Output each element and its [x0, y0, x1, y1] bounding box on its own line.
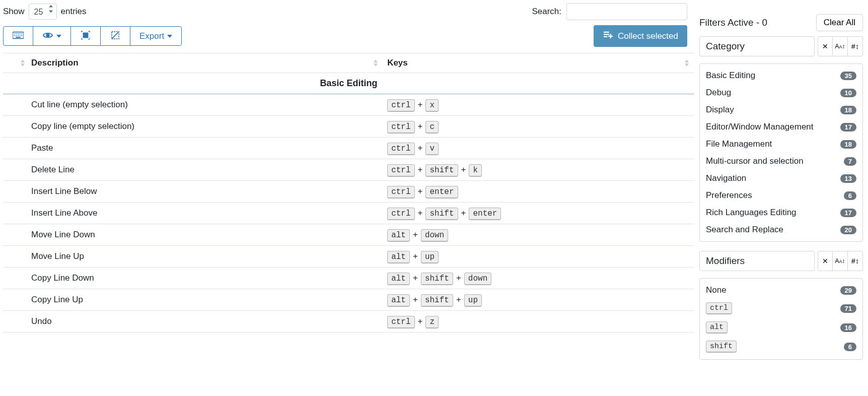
category-count: 10	[840, 89, 856, 97]
category-item[interactable]: Editor/Window Management17	[700, 118, 862, 136]
table-row[interactable]: Copy Line Upalt+shift+up	[3, 289, 694, 311]
category-label: Basic Editing	[706, 71, 755, 81]
row-keys: alt+shift+up	[383, 289, 694, 311]
modifier-count: 6	[844, 343, 856, 351]
modifiers-sort-count-button[interactable]: #↕	[848, 251, 863, 271]
category-count: 18	[840, 140, 856, 149]
deselect-button[interactable]	[100, 26, 130, 46]
category-item[interactable]: File Management18	[700, 136, 862, 153]
toolbar-buttons: Export	[3, 26, 182, 46]
sort-alpha-icon: AA↕	[835, 257, 845, 265]
row-description: Delete Line	[3, 159, 383, 181]
category-item[interactable]: Rich Languages Editing17	[700, 204, 862, 221]
table-row[interactable]: Pastectrl+v	[3, 138, 694, 159]
category-list: Basic Editing35Debug10Display18Editor/Wi…	[699, 63, 863, 242]
close-icon: ✕	[822, 257, 828, 265]
table-row[interactable]: Cut line (empty selection)ctrl+x	[3, 94, 694, 116]
key: alt	[387, 273, 410, 285]
key: alt	[387, 294, 410, 307]
svg-rect-1	[14, 33, 15, 34]
category-label: Search and Replace	[706, 225, 783, 235]
table-row[interactable]: Move Line Downalt+down	[3, 224, 694, 246]
category-sort-alpha-button[interactable]: AA↕	[833, 36, 848, 56]
table-row[interactable]: Copy line (empty selection)ctrl+c	[3, 116, 694, 138]
table-row[interactable]: Insert Line Belowctrl+enter	[3, 181, 694, 203]
modifier-item[interactable]: shift6	[700, 337, 862, 356]
row-description: Copy Line Down	[3, 268, 383, 289]
category-sort-count-button[interactable]: #↕	[848, 36, 863, 56]
chevron-down-icon	[56, 35, 61, 38]
modifier-label: None	[706, 285, 727, 295]
sidebar: Filters Active - 0 Clear All Category ✕ …	[694, 0, 868, 396]
filters-header: Filters Active - 0 Clear All	[699, 14, 863, 31]
category-item[interactable]: Navigation13	[700, 170, 862, 187]
topbar: Show 25 entries Search:	[3, 3, 694, 20]
collect-selected-button[interactable]: Collect selected	[594, 25, 687, 47]
category-item[interactable]: Search and Replace20	[700, 221, 862, 238]
search-label: Search:	[532, 7, 561, 17]
export-button[interactable]: Export	[130, 26, 182, 46]
keyboard-icon	[13, 31, 24, 41]
clear-all-button[interactable]: Clear All	[816, 14, 863, 31]
table-row[interactable]: Copy Line Downalt+shift+down	[3, 268, 694, 289]
export-label: Export	[139, 32, 164, 40]
visibility-button[interactable]	[33, 26, 71, 46]
deselect-icon	[110, 31, 121, 41]
category-item[interactable]: Multi-cursor and selection7	[700, 153, 862, 170]
key: alt	[387, 229, 410, 242]
category-count: 18	[840, 106, 856, 114]
key: ctrl	[387, 99, 414, 112]
category-item[interactable]: Display18	[700, 101, 862, 118]
key: up	[421, 251, 439, 263]
key: ctrl	[387, 208, 414, 220]
key: ctrl	[387, 143, 414, 155]
modifier-key: alt	[706, 321, 728, 334]
modifier-item[interactable]: None29	[700, 282, 862, 299]
row-keys: ctrl+z	[383, 311, 694, 333]
modifier-key: shift	[706, 341, 737, 353]
category-label: Multi-cursor and selection	[706, 156, 804, 166]
row-description: Cut line (empty selection)	[3, 94, 383, 116]
modifiers-sort-alpha-button[interactable]: AA↕	[833, 251, 848, 271]
table-row[interactable]: Move Line Upalt+up	[3, 246, 694, 268]
collect-label: Collect selected	[618, 31, 678, 41]
key: c	[425, 121, 439, 134]
select-all-button[interactable]	[70, 26, 101, 46]
category-item[interactable]: Basic Editing35	[700, 67, 862, 84]
category-count: 13	[840, 174, 856, 183]
toolbar: Export Collect selected	[3, 25, 694, 47]
key: shift	[421, 294, 453, 307]
key: ctrl	[387, 121, 414, 134]
row-keys: ctrl+shift+k	[383, 159, 694, 181]
svg-point-12	[46, 34, 49, 37]
row-keys: ctrl+shift+enter	[383, 203, 694, 224]
modifier-key: ctrl	[706, 302, 732, 314]
col-keys[interactable]: Keys	[383, 53, 694, 73]
sort-count-icon: #↕	[851, 42, 859, 50]
svg-rect-18	[604, 36, 607, 37]
category-item[interactable]: Debug10	[700, 84, 862, 101]
svg-line-15	[112, 32, 119, 39]
table-row[interactable]: Delete Linectrl+shift+k	[3, 159, 694, 181]
modifiers-clear-button[interactable]: ✕	[818, 251, 833, 271]
category-clear-button[interactable]: ✕	[818, 36, 833, 56]
row-description: Paste	[3, 138, 383, 159]
show-label-post: entries	[61, 7, 87, 17]
col-description[interactable]: Description	[3, 53, 383, 73]
modifier-item[interactable]: ctrl71	[700, 299, 862, 318]
table-row[interactable]: Insert Line Abovectrl+shift+enter	[3, 203, 694, 224]
key: shift	[425, 164, 458, 177]
category-label: File Management	[706, 139, 772, 149]
category-item[interactable]: Preferences6	[700, 187, 862, 204]
key: ctrl	[387, 186, 414, 199]
table-row[interactable]: Undoctrl+z	[3, 311, 694, 333]
keyboard-button[interactable]	[3, 26, 33, 46]
entries-select[interactable]: 25	[29, 4, 57, 20]
search-input[interactable]	[566, 3, 687, 20]
modifier-item[interactable]: alt16	[700, 318, 862, 337]
svg-rect-7	[16, 35, 17, 36]
category-header: Category ✕ AA↕ #↕	[699, 36, 863, 56]
chevron-down-icon	[167, 35, 172, 38]
playlist-add-icon	[603, 30, 614, 42]
row-description: Move Line Up	[3, 246, 383, 268]
